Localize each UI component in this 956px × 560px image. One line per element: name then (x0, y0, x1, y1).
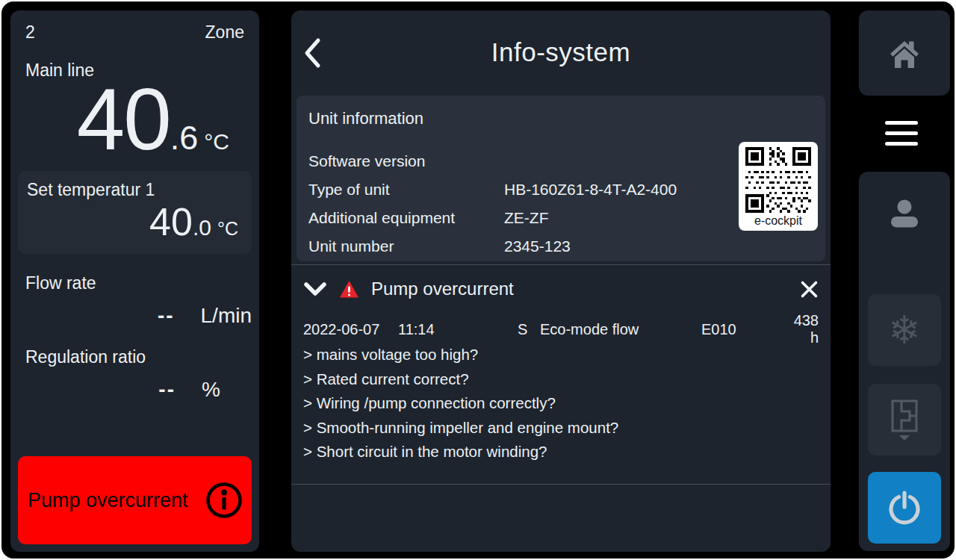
set-temp-integer: 40 (149, 200, 193, 245)
table-row: Unit number 2345-123 (308, 232, 813, 261)
unit-information-rows: Software version Type of unit HB-160Z61-… (308, 147, 813, 261)
regulation-ratio-label: Regulation ratio (18, 347, 252, 367)
row-value: 2345-123 (504, 237, 813, 255)
zone-header: 2 Zone (18, 22, 252, 43)
alert-source: Eco-mode flow (540, 321, 701, 338)
row-label: Type of unit (308, 181, 504, 199)
warning-triangle-icon (339, 280, 359, 299)
cooling-button[interactable]: ❄ (868, 294, 941, 366)
mold-icon (887, 398, 922, 441)
regulation-ratio-value: -- (18, 378, 176, 402)
sidebar-item-menu[interactable] (835, 96, 944, 171)
list-item: > Rated current correct? (303, 367, 819, 392)
table-row: Software version (308, 147, 813, 175)
zone-panel: 2 Zone Main line 40 .6 °C Set temperatur… (10, 10, 259, 552)
chevron-left-icon (303, 37, 321, 69)
flow-rate-unit: L/min (201, 304, 252, 328)
flow-rate-value-row: -- L/min (18, 304, 252, 328)
info-system-header: Info-system (291, 10, 831, 96)
device-screen: 2 Zone Main line 40 .6 °C Set temperatur… (1, 1, 955, 559)
main-temp-integer: 40 (77, 73, 170, 167)
row-label: Software version (308, 152, 504, 170)
unit-information-heading: Unit information (308, 109, 813, 128)
main-temp-unit: °C (204, 129, 229, 155)
set-temperature-label: Set temperatur 1 (27, 180, 238, 200)
section-divider (291, 264, 831, 265)
e-cockpit-qr-card: e-cockpit (739, 142, 818, 231)
power-button[interactable] (868, 472, 941, 544)
section-divider (291, 484, 831, 485)
close-icon (800, 280, 819, 299)
row-label: Additional equipment (308, 209, 504, 227)
set-temp-fraction: .0 (193, 215, 211, 240)
row-label: Unit number (308, 237, 504, 255)
alert-time: 11:14 (398, 321, 518, 338)
alert-title: Pump overcurrent (371, 279, 514, 299)
set-temp-unit: °C (217, 218, 238, 240)
alert-header-row[interactable]: Pump overcurrent (291, 266, 831, 312)
list-item: > Wiring /pump connection correctly? (303, 391, 819, 416)
main-temp-fraction: .6 (170, 119, 199, 158)
alert-checklist: > mains voltage too high? > Rated curren… (291, 343, 831, 464)
collapse-alert-button[interactable] (303, 281, 327, 296)
alert-date: 2022-06-07 (303, 321, 398, 338)
main-line-temperature: 40 .6 °C (18, 73, 252, 167)
menu-icon (885, 121, 918, 146)
alert-state: S (518, 321, 540, 338)
sidebar-item-home[interactable] (859, 10, 950, 96)
alert-meta-row: 2022-06-07 11:14 S Eco-mode flow E010 43… (291, 312, 831, 337)
sidebar-item-user[interactable] (859, 197, 950, 230)
list-item: > mains voltage too high? (303, 343, 819, 367)
set-temperature-value: 40 .0 °C (27, 200, 238, 245)
info-system-panel: Info-system Unit information Software ve… (291, 10, 831, 552)
regulation-ratio-unit: % (202, 378, 220, 402)
qr-label: e-cockpit (745, 213, 812, 228)
list-item: > Short circuit in the motor winding? (303, 440, 819, 464)
zone-number: 2 (25, 22, 35, 43)
flow-rate-value: -- (18, 304, 175, 328)
user-icon (887, 197, 922, 230)
back-button[interactable] (303, 37, 321, 69)
close-alert-button[interactable] (800, 280, 819, 299)
alarm-label: Pump overcurrent (28, 489, 204, 512)
unit-information-card: Unit information Software version Type o… (297, 96, 825, 261)
alert-code: E010 (701, 321, 781, 338)
set-temperature-tile[interactable]: Set temperatur 1 40 .0 °C (18, 171, 252, 254)
qr-code-icon (745, 147, 812, 213)
power-icon (886, 489, 923, 526)
alarm-banner[interactable]: Pump overcurrent (18, 456, 252, 544)
page-title: Info-system (291, 10, 831, 94)
alert-operating-hours: 438 h (781, 312, 819, 346)
regulation-ratio-value-row: -- % (18, 378, 252, 402)
table-row: Additional equipment ZE-ZF (308, 204, 813, 232)
list-item: > Smooth-running impeller and engine mou… (303, 416, 819, 441)
info-circle-icon (204, 480, 244, 520)
snowflake-icon: ❄ (888, 311, 921, 349)
home-icon (887, 37, 922, 69)
flow-rate-label: Flow rate (18, 273, 252, 293)
table-row: Type of unit HB-160Z61-8-4T-A2-400 (308, 175, 813, 204)
zone-label: Zone (205, 22, 244, 43)
mold-button[interactable] (868, 384, 941, 455)
chevron-down-icon (303, 281, 327, 296)
